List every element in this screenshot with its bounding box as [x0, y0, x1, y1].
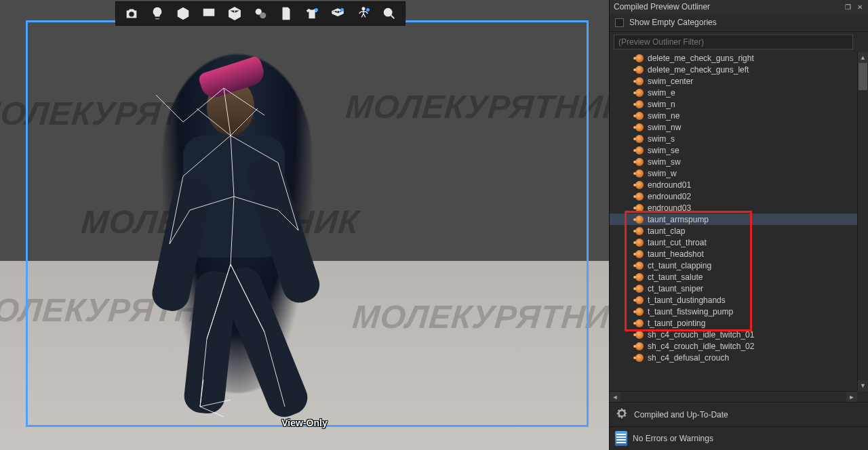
tree-item-label: t_taunt_fistswing_pump — [648, 307, 733, 316]
tree-item[interactable]: endround01 — [610, 179, 857, 190]
skeleton-icon[interactable] — [351, 3, 376, 24]
animation-icon — [635, 216, 644, 224]
animation-icon — [635, 100, 644, 108]
svg-point-1 — [260, 12, 266, 18]
animation-icon — [635, 250, 644, 258]
compile-status-row[interactable]: Compiled and Up-To-Date — [610, 402, 868, 426]
animation-icon — [635, 123, 644, 131]
viewport-toolbar — [115, 1, 406, 26]
tree-item[interactable]: ct_taunt_salute — [610, 271, 857, 283]
character-model[interactable] — [142, 41, 332, 420]
tree-item[interactable]: swim_e — [610, 87, 857, 98]
grid-icon[interactable] — [325, 3, 351, 24]
camera-icon[interactable] — [119, 3, 144, 24]
scroll-left-icon[interactable]: ◄ — [610, 392, 620, 402]
tree-item-label: endround01 — [648, 180, 691, 190]
show-empty-row[interactable]: Show Empty Categories — [610, 14, 868, 32]
tree-item-label: sh_c4_crouch_idle_twitch_01 — [648, 330, 754, 340]
animation-icon — [635, 181, 644, 189]
tree-item-label: ct_taunt_salute — [648, 272, 703, 282]
tree-item-label: swim_nw — [648, 123, 681, 132]
tree-item[interactable]: t_taunt_dustinghands — [610, 294, 857, 306]
close-icon[interactable]: ✕ — [856, 3, 864, 11]
animation-icon — [635, 285, 644, 293]
lightbulb-icon[interactable] — [144, 3, 170, 24]
tree-item-label: sh_c4_crouch_idle_twitch_02 — [648, 342, 754, 351]
tree-item[interactable]: taunt_clap — [610, 225, 857, 237]
tree-item[interactable]: taunt_armspump — [610, 213, 857, 225]
tree-item[interactable]: swim_s — [610, 133, 857, 144]
vertical-scrollbar[interactable]: ▲ ▼ — [857, 52, 868, 391]
tree-item[interactable]: t_taunt_pointing — [610, 317, 857, 329]
tree-item-label: endround03 — [648, 203, 691, 213]
tree-item[interactable]: t_taunt_fistswing_pump — [610, 306, 857, 317]
scroll-up-icon[interactable]: ▲ — [858, 52, 868, 63]
tree-item[interactable]: ct_taunt_clapping — [610, 260, 857, 271]
tree-item[interactable]: delete_me_check_guns_right — [610, 52, 857, 64]
tree-item-label: swim_e — [648, 88, 675, 98]
scroll-thumb[interactable] — [859, 63, 867, 90]
materials-icon[interactable] — [248, 3, 273, 24]
tree-item-label: swim_ne — [648, 111, 679, 121]
animation-icon — [635, 135, 644, 143]
tree-item[interactable]: swim_sw — [610, 156, 857, 167]
tree-item[interactable]: sh_c4_defusal_crouch — [610, 352, 857, 363]
animation-icon — [635, 342, 644, 350]
tree-item[interactable]: endround03 — [610, 202, 857, 213]
tree-item-label: swim_se — [648, 146, 679, 155]
viewport-3d[interactable]: МОЛЕКУРЯТНИК МОЛЕКУРЯТНИК МОЛЕКУРЯТНИК М… — [0, 0, 609, 450]
tree-item[interactable]: swim_se — [610, 144, 857, 156]
tree-item-label: swim_center — [648, 77, 693, 86]
scroll-down-icon[interactable]: ▼ — [858, 380, 868, 391]
animation-icon — [635, 239, 644, 247]
tree-item[interactable]: swim_nw — [610, 121, 857, 133]
cube-icon[interactable] — [170, 3, 196, 24]
tree-item-label: endround02 — [648, 192, 691, 201]
panel-title: Compiled Preview Outliner — [614, 2, 710, 12]
tree-item[interactable]: taunt_headshot — [610, 248, 857, 260]
tree-item-label: delete_me_check_guns_right — [648, 54, 754, 63]
animation-icon — [635, 227, 644, 235]
animation-icon — [635, 192, 644, 201]
outliner-tree[interactable]: delete_me_check_guns_rightdelete_me_chec… — [610, 52, 857, 391]
tree-item-label: swim_sw — [648, 157, 681, 167]
animation-icon — [635, 308, 644, 316]
tree-item[interactable]: delete_me_check_guns_left — [610, 64, 857, 75]
tree-item-label: delete_me_check_guns_left — [648, 65, 749, 75]
animation-icon — [635, 331, 644, 339]
tree-item-label: swim_n — [648, 100, 675, 109]
tree-item-label: sh_c4_defusal_crouch — [648, 353, 729, 363]
tree-item[interactable]: swim_w — [610, 167, 857, 179]
tree-item[interactable]: taunt_cut_throat — [610, 237, 857, 248]
tree-item-label: t_taunt_dustinghands — [648, 295, 726, 305]
animation-icon — [635, 354, 644, 362]
tree-item[interactable]: ct_taunt_sniper — [610, 283, 857, 294]
document-icon[interactable] — [273, 3, 299, 24]
tree-item-label: swim_s — [648, 134, 675, 144]
tree-item[interactable]: sh_c4_crouch_idle_twitch_01 — [610, 329, 857, 340]
horizontal-scrollbar[interactable]: ◄ ► — [610, 391, 857, 402]
scroll-right-icon[interactable]: ► — [846, 392, 857, 402]
tree-item[interactable]: endround02 — [610, 190, 857, 202]
tree-item[interactable]: swim_center — [610, 75, 857, 87]
outliner-panel: Compiled Preview Outliner ❐ ✕ Show Empty… — [609, 0, 868, 450]
animation-icon — [635, 146, 644, 155]
tree-item[interactable]: swim_n — [610, 98, 857, 110]
magnifier-icon[interactable] — [376, 3, 402, 24]
undock-icon[interactable]: ❐ — [844, 3, 852, 11]
show-empty-checkbox[interactable] — [615, 18, 624, 27]
tree-item-label: taunt_armspump — [648, 215, 709, 224]
svg-point-2 — [362, 7, 365, 10]
animation-icon — [635, 77, 644, 85]
tree-item[interactable]: sh_c4_crouch_idle_twitch_02 — [610, 340, 857, 352]
scroll-corner — [857, 391, 868, 402]
animation-icon — [635, 273, 644, 281]
show-empty-label: Show Empty Categories — [629, 18, 717, 27]
monitor-icon[interactable] — [196, 3, 222, 24]
outliner-filter-input[interactable] — [614, 35, 853, 49]
animation-icon — [635, 169, 644, 178]
wire-cube-icon[interactable] — [222, 3, 248, 24]
tree-item[interactable]: swim_ne — [610, 110, 857, 121]
errors-status-row[interactable]: No Errors or Warnings — [610, 426, 868, 450]
tshirt-icon[interactable] — [299, 3, 325, 24]
